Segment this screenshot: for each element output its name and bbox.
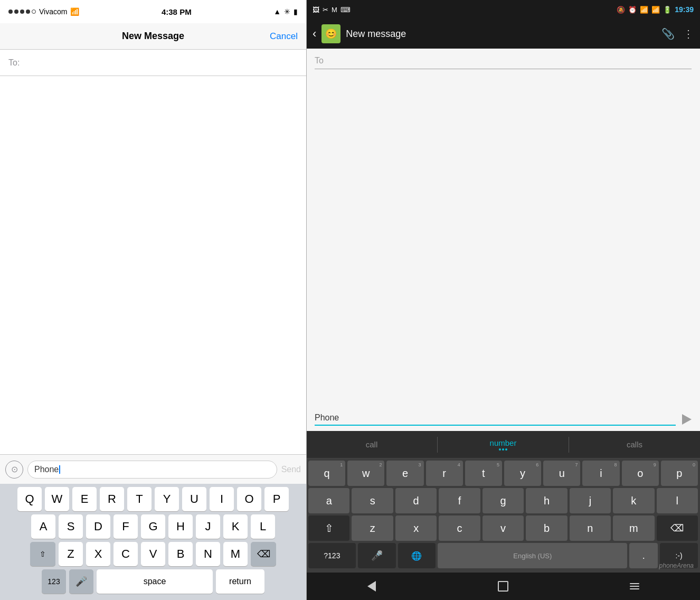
ios-to-label: To:: [8, 58, 20, 68]
android-home-nav-button[interactable]: [487, 576, 519, 597]
ios-key-m[interactable]: M: [223, 542, 248, 566]
android-autocomplete-calls[interactable]: calls: [569, 440, 700, 449]
ios-key-i[interactable]: I: [210, 487, 234, 511]
android-to-label: To: [315, 56, 692, 65]
android-shift-key[interactable]: ⇧: [308, 515, 349, 541]
ios-key-b[interactable]: B: [168, 542, 193, 566]
ios-key-f[interactable]: F: [113, 514, 138, 539]
android-key-x[interactable]: x: [395, 515, 437, 541]
ios-send-button[interactable]: Send: [281, 465, 301, 474]
ios-camera-button[interactable]: ⊙: [5, 461, 23, 479]
android-key-u[interactable]: 7u: [543, 461, 580, 486]
android-autocomplete-number[interactable]: number: [490, 438, 517, 447]
android-numsym-key[interactable]: ?123: [308, 543, 356, 568]
ios-battery-icon: ▮: [294, 7, 298, 16]
android-back-nav-button[interactable]: [356, 576, 387, 597]
ios-key-e[interactable]: E: [72, 487, 97, 511]
android-keyboard: 1q 2w 3e 4r 5t 6y 7u 8i 9o 0p a s d f g …: [306, 458, 700, 573]
watermark: phoneArena: [659, 562, 694, 569]
android-key-z[interactable]: z: [352, 515, 393, 541]
ios-key-z[interactable]: Z: [59, 542, 83, 566]
android-key-n[interactable]: n: [570, 515, 611, 541]
android-key-u-num: 7: [575, 462, 578, 467]
android-key-i-num: 8: [614, 462, 617, 467]
android-delete-key[interactable]: ⌫: [657, 515, 698, 541]
android-key-o[interactable]: 9o: [622, 461, 659, 486]
ios-key-s[interactable]: S: [59, 514, 83, 539]
android-key-i[interactable]: 8i: [582, 461, 619, 486]
android-key-b[interactable]: b: [526, 515, 567, 541]
android-key-l[interactable]: l: [657, 488, 698, 513]
android-message-area[interactable]: [306, 69, 700, 408]
ios-status-right: ▲ ✳ ▮: [273, 7, 298, 16]
ios-time: 4:38 PM: [162, 7, 192, 16]
android-key-t[interactable]: 5t: [465, 461, 502, 486]
ios-key-x[interactable]: X: [86, 542, 110, 566]
android-key-h[interactable]: h: [526, 488, 567, 513]
ios-space-key[interactable]: space: [97, 569, 213, 594]
android-key-g[interactable]: g: [483, 488, 524, 513]
ios-key-j[interactable]: J: [196, 514, 220, 539]
android-key-a[interactable]: a: [308, 488, 349, 513]
android-mic-key[interactable]: 🎤: [358, 543, 396, 568]
android-send-button[interactable]: [682, 414, 692, 425]
ios-key-a[interactable]: A: [31, 514, 55, 539]
android-key-w[interactable]: 2w: [347, 461, 384, 486]
ios-message-text: Phone: [34, 465, 59, 474]
android-globe-key[interactable]: 🌐: [398, 543, 436, 568]
ios-key-t[interactable]: T: [127, 487, 152, 511]
ios-location-icon: ▲: [273, 7, 281, 16]
android-more-icon[interactable]: ⋮: [683, 27, 694, 40]
android-dot-key[interactable]: .: [629, 543, 658, 568]
ios-key-h[interactable]: H: [168, 514, 193, 539]
ios-key-k[interactable]: K: [223, 514, 248, 539]
ios-return-key[interactable]: return: [216, 569, 264, 594]
android-key-k[interactable]: k: [613, 488, 654, 513]
android-key-d[interactable]: d: [395, 488, 437, 513]
ios-message-area[interactable]: [0, 76, 306, 454]
android-home-icon: [498, 581, 508, 592]
android-key-v[interactable]: v: [483, 515, 524, 541]
android-keyboard-icon: ⌨: [340, 6, 351, 14]
ios-keyboard: Q W E R T Y U I O P A S D F G H J K L ⇧ …: [0, 484, 306, 600]
android-key-e[interactable]: 3e: [386, 461, 423, 486]
ios-key-g[interactable]: G: [141, 514, 165, 539]
android-to-row: To: [306, 49, 700, 69]
android-key-y[interactable]: 6y: [504, 461, 541, 486]
ios-key-y[interactable]: Y: [155, 487, 179, 511]
android-back-button[interactable]: ‹: [313, 27, 316, 41]
ios-key-v[interactable]: V: [141, 542, 165, 566]
ios-key-r[interactable]: R: [100, 487, 124, 511]
android-recents-nav-button[interactable]: [619, 576, 650, 597]
android-key-c[interactable]: c: [439, 515, 480, 541]
ios-key-c[interactable]: C: [113, 542, 138, 566]
android-key-s[interactable]: s: [352, 488, 393, 513]
ios-key-d[interactable]: D: [86, 514, 110, 539]
android-status-bar: 🖼 ✂ M ⌨ 🔕 ⏰ 📶 📶 🔋 19:39: [306, 0, 700, 19]
ios-to-input[interactable]: [24, 58, 298, 68]
ios-mic-key[interactable]: 🎤: [69, 569, 93, 594]
ios-key-l[interactable]: L: [251, 514, 275, 539]
android-autocomplete-call[interactable]: call: [306, 440, 437, 449]
android-key-j[interactable]: j: [570, 488, 611, 513]
ios-key-u[interactable]: U: [182, 487, 206, 511]
android-key-q[interactable]: 1q: [308, 461, 345, 486]
android-attach-icon[interactable]: 📎: [661, 27, 675, 40]
ios-key-o[interactable]: O: [237, 487, 261, 511]
ios-dot-2: [14, 10, 18, 14]
android-key-f[interactable]: f: [439, 488, 480, 513]
android-space-key[interactable]: English (US): [438, 543, 627, 568]
ios-num-key[interactable]: 123: [42, 569, 66, 594]
ios-key-n[interactable]: N: [196, 542, 220, 566]
ios-cancel-button[interactable]: Cancel: [270, 31, 298, 42]
android-key-p[interactable]: 0p: [661, 461, 698, 486]
android-phone-input[interactable]: Phone: [315, 413, 676, 426]
ios-delete-key[interactable]: ⌫: [251, 542, 276, 566]
android-key-r[interactable]: 4r: [426, 461, 463, 486]
ios-shift-key[interactable]: ⇧: [30, 542, 55, 566]
ios-message-input[interactable]: Phone: [27, 461, 277, 479]
android-key-m[interactable]: m: [613, 515, 654, 541]
ios-key-w[interactable]: W: [45, 487, 69, 511]
ios-key-p[interactable]: P: [264, 487, 289, 511]
ios-key-q[interactable]: Q: [17, 487, 42, 511]
